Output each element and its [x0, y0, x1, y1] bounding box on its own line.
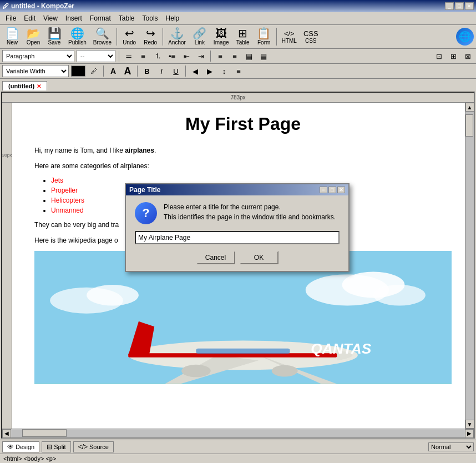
cancel-button[interactable]: Cancel — [196, 251, 235, 264]
dialog-title: Page Title — [129, 186, 160, 194]
dialog-close-btn[interactable]: ✕ — [337, 187, 345, 193]
dialog-buttons: Cancel OK — [135, 251, 340, 264]
dialog-maximize-btn[interactable]: □ — [328, 187, 336, 193]
dialog-titlebar: Page Title − □ ✕ — [126, 184, 348, 195]
page-title-dialog: Page Title − □ ✕ ? Please enter a title … — [125, 183, 350, 272]
dialog-controls[interactable]: − □ ✕ — [320, 187, 345, 193]
dialog-overlay: Page Title − □ ✕ ? Please enter a title … — [0, 0, 476, 463]
ok-button[interactable]: OK — [240, 251, 278, 264]
dialog-body: ? Please enter a title for the current p… — [126, 195, 348, 271]
page-title-input[interactable] — [135, 231, 340, 244]
dialog-message: Please enter a title for the current pag… — [164, 202, 336, 222]
dialog-minimize-btn[interactable]: − — [320, 187, 327, 193]
dialog-top: ? Please enter a title for the current p… — [135, 202, 340, 224]
dialog-info-icon: ? — [135, 202, 157, 224]
